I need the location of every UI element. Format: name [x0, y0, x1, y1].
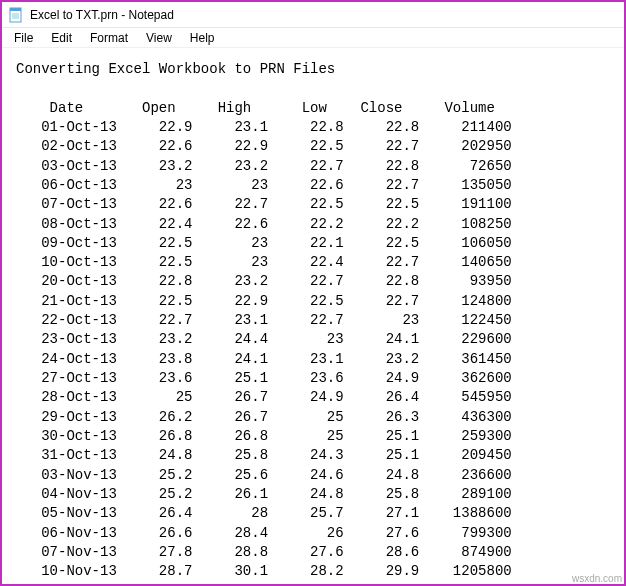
menu-view[interactable]: View — [138, 29, 180, 47]
notepad-icon — [8, 7, 24, 23]
menubar: File Edit Format View Help — [2, 28, 626, 48]
menu-file[interactable]: File — [6, 29, 41, 47]
menu-help[interactable]: Help — [182, 29, 223, 47]
menu-format[interactable]: Format — [82, 29, 136, 47]
menu-edit[interactable]: Edit — [43, 29, 80, 47]
text-area[interactable]: Converting Excel Workbook to PRN Files D… — [2, 48, 626, 586]
titlebar: Excel to TXT.prn - Notepad — [2, 2, 626, 28]
watermark: wsxdn.com — [572, 573, 622, 584]
window-title: Excel to TXT.prn - Notepad — [30, 8, 174, 22]
svg-rect-1 — [10, 8, 21, 11]
